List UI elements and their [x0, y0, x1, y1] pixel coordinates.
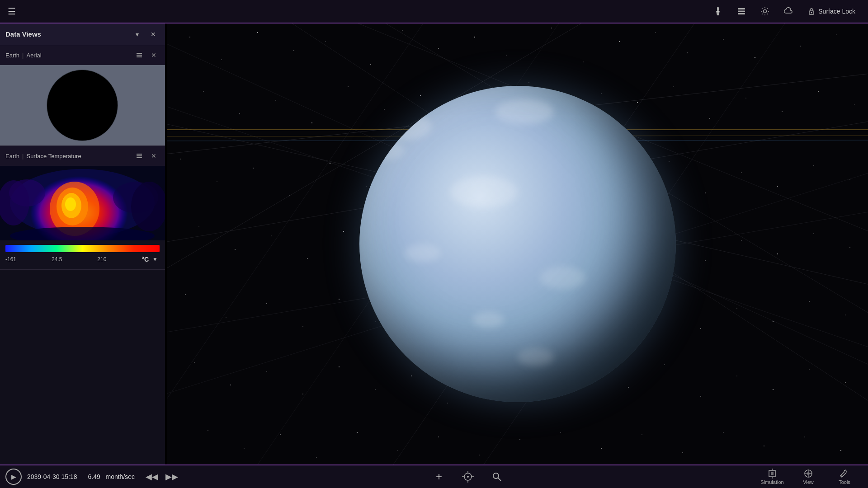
bottom-tools: Simulation View Tools	[754, 467, 863, 487]
sidebar: Data Views ▾ ✕ Earth | Aerial ✕	[0, 23, 165, 465]
svg-point-6	[764, 10, 767, 13]
add-icon: +	[436, 470, 442, 483]
step-back-button[interactable]: ◀◀	[142, 470, 162, 483]
step-forward-button[interactable]: ▶▶	[162, 470, 182, 483]
svg-point-135	[845, 315, 846, 315]
svg-point-208	[841, 475, 843, 477]
svg-point-8	[811, 12, 812, 14]
svg-point-169	[764, 446, 764, 446]
svg-point-60	[203, 91, 203, 91]
crosshair-button[interactable]	[459, 468, 477, 486]
simulation-label: Simulation	[760, 479, 783, 485]
svg-point-155	[208, 430, 208, 430]
globe-container	[359, 86, 676, 402]
simulation-tool[interactable]: Simulation	[754, 467, 790, 487]
speed-unit: month/sec	[105, 473, 135, 480]
svg-point-136	[194, 362, 194, 362]
layers-button[interactable]	[731, 1, 751, 21]
temperature-unit-label: °C	[142, 256, 149, 263]
temp-min-value: -161	[5, 256, 16, 263]
surface-lock-button[interactable]: Surface Lock	[802, 5, 861, 18]
view-tool[interactable]: View	[790, 467, 826, 487]
aerial-close-button[interactable]: ✕	[148, 49, 160, 61]
svg-point-152	[773, 389, 774, 390]
svg-point-42	[221, 59, 222, 60]
close-icon: ✕	[151, 31, 156, 38]
svg-point-150	[700, 396, 701, 396]
sidebar-close-button[interactable]: ✕	[147, 28, 160, 41]
play-button[interactable]: ▶	[5, 469, 22, 485]
svg-rect-2	[717, 11, 719, 12]
temp-view-label: Surface Temperature	[26, 153, 131, 160]
tools-tool[interactable]: Tools	[826, 467, 863, 487]
hamburger-button[interactable]: ☰	[0, 0, 24, 23]
svg-point-131	[700, 328, 701, 329]
cloud-icon	[783, 6, 793, 16]
flashlight-button[interactable]	[708, 1, 728, 21]
viewport	[167, 23, 868, 465]
flashlight-icon	[713, 6, 723, 16]
svg-point-158	[316, 457, 316, 457]
svg-point-45	[326, 42, 326, 42]
svg-rect-0	[717, 7, 719, 11]
view-label: View	[803, 479, 814, 485]
speed-value: 6.49	[88, 473, 100, 480]
aerial-layers-button[interactable]	[133, 49, 145, 61]
svg-rect-27	[137, 157, 142, 158]
svg-point-119	[266, 303, 267, 304]
hamburger-icon: ☰	[8, 6, 16, 17]
svg-point-140	[339, 366, 340, 367]
svg-point-75	[746, 98, 746, 99]
svg-rect-25	[137, 154, 142, 155]
svg-rect-26	[137, 155, 142, 156]
sidebar-collapse-button[interactable]: ▾	[131, 28, 143, 41]
svg-point-83	[330, 163, 330, 164]
aerial-view-label: Aerial	[26, 52, 131, 59]
svg-point-63	[311, 122, 312, 123]
svg-point-168	[723, 432, 724, 433]
temperature-thumbnail	[0, 166, 165, 240]
svg-point-137	[230, 385, 231, 385]
svg-marker-199	[771, 472, 774, 475]
svg-point-112	[705, 260, 705, 261]
svg-point-191	[467, 476, 469, 478]
svg-point-167	[682, 452, 683, 453]
svg-point-160	[398, 450, 398, 451]
svg-point-94	[741, 172, 741, 173]
temp-layers-button[interactable]	[133, 150, 145, 162]
svg-point-54	[656, 33, 656, 33]
svg-point-166	[642, 434, 642, 435]
top-bar: ☰	[0, 0, 868, 23]
temp-mid-value: 24.5	[52, 256, 62, 263]
svg-point-161	[438, 436, 439, 437]
aerial-thumbnail	[0, 65, 165, 145]
tools-label: Tools	[839, 479, 850, 485]
svg-point-55	[687, 52, 688, 53]
cloud-button[interactable]	[778, 1, 798, 21]
svg-point-97	[850, 179, 850, 180]
svg-point-138	[267, 371, 267, 372]
temp-close-button[interactable]: ✕	[148, 150, 160, 162]
add-button[interactable]: +	[430, 468, 448, 486]
svg-point-153	[809, 369, 809, 369]
surface-lock-label: Surface Lock	[818, 8, 855, 15]
svg-point-62	[276, 100, 276, 101]
svg-point-99	[235, 249, 236, 250]
svg-point-80	[217, 182, 217, 182]
settings-button[interactable]	[755, 1, 775, 21]
svg-point-100	[271, 236, 272, 236]
svg-point-81	[253, 168, 254, 169]
temperature-panel: Earth | Surface Temperature ✕	[0, 146, 165, 270]
svg-point-93	[705, 192, 706, 193]
svg-point-78	[854, 104, 854, 105]
tools-icon	[840, 469, 849, 479]
svg-rect-10	[137, 55, 142, 56]
svg-point-113	[741, 240, 742, 241]
temperature-unit-dropdown[interactable]: ▼	[151, 255, 160, 264]
svg-point-170	[804, 436, 805, 437]
svg-point-196	[493, 473, 499, 479]
temp-layers-icon	[136, 152, 143, 160]
svg-point-34	[65, 197, 76, 211]
svg-point-164	[561, 432, 561, 433]
search-button[interactable]	[488, 468, 506, 486]
